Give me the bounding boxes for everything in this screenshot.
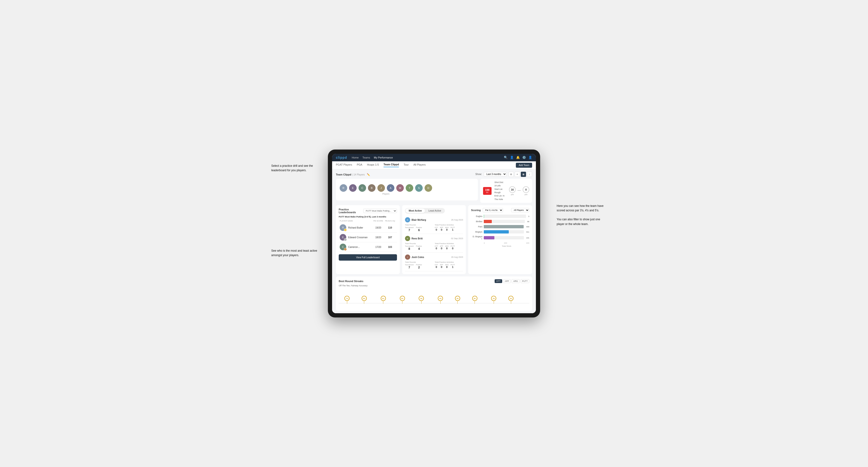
- nav-my-performance[interactable]: My Performance: [374, 156, 393, 159]
- avatar-icon[interactable]: 👤: [528, 156, 532, 159]
- streak-dot-8: 4x: [472, 296, 477, 304]
- list-view-icon[interactable]: ≡: [515, 172, 520, 177]
- pa-stats-1: Total Rounds Tournament 7 Practice: [405, 224, 463, 232]
- streak-dot-3: 6x: [381, 296, 386, 304]
- pa-practice-acts-3: Total Practice Activities OTT0 APP0 ARG0…: [435, 261, 463, 269]
- view-icons: ⊞ ≡ ▦ ↕: [508, 172, 532, 177]
- shot-info-card: 198 SC Shot Dist: 16 yds Start Lie: Roug…: [480, 179, 532, 203]
- pa-total-rounds-1: Total Rounds Tournament 7 Practice: [405, 224, 433, 232]
- settings-icon[interactable]: ⚙️: [522, 156, 526, 159]
- lb-score-1: 19/20: [372, 226, 384, 229]
- lb-row-1: R 1 Richard Butler 19/20 110: [339, 223, 397, 232]
- streak-dot-4: 5x: [400, 296, 405, 304]
- streak-filter-ott[interactable]: OTT: [495, 279, 502, 283]
- avatar-4[interactable]: B: [368, 184, 375, 192]
- annotation-right: Here you can see how the team have score…: [557, 204, 604, 226]
- pa-name-3: Josh Coles: [412, 256, 424, 258]
- rank-badge-3: 3: [344, 248, 347, 251]
- leaderboard-drill-select[interactable]: PUTT Must Make Putting...: [363, 209, 397, 213]
- avatar-1[interactable]: R: [340, 184, 347, 192]
- pa-practice-acts-2: Total Practice Activities OTT0 APP0 ARG0…: [435, 243, 463, 250]
- practice-leaderboards-card: Practice Leaderboards PUTT Must Make Put…: [336, 205, 400, 274]
- avatar-3[interactable]: C: [359, 184, 366, 192]
- bar-bogeys: Bogeys 311: [471, 230, 529, 234]
- view-full-leaderboard-button[interactable]: View Full Leaderboard: [339, 254, 397, 261]
- pa-avatar-3: J: [405, 254, 410, 260]
- grid-view-icon[interactable]: ⊞: [508, 172, 514, 177]
- pa-player-3: J Josh Coles: [405, 254, 424, 260]
- avatar-6[interactable]: A: [387, 184, 394, 192]
- avatar-7[interactable]: M: [396, 184, 404, 192]
- pa-date-3: 26 Aug 2023: [451, 256, 463, 258]
- lb-col-headers: PLAYER NAME PB SCORE PB AVG SQ: [339, 220, 397, 222]
- pa-total-rounds-2: Total Rounds Tournament 8 Practice: [405, 243, 433, 250]
- streak-dot-6: 4x: [438, 296, 443, 304]
- search-icon[interactable]: 🔍: [504, 156, 507, 159]
- avatar-10[interactable]: D: [425, 184, 432, 192]
- players-avatars-col: R E C B J A M T S D Players: [340, 184, 432, 195]
- lb-avg-3: 103: [384, 246, 396, 248]
- pa-header-3: J Josh Coles 26 Aug 2023: [405, 254, 463, 260]
- nav-teams[interactable]: Teams: [363, 156, 370, 159]
- lb-name-1: Richard Butler: [348, 226, 372, 229]
- sub-nav-pga[interactable]: PGA: [357, 163, 362, 167]
- avatar-5[interactable]: J: [377, 184, 385, 192]
- scoring-bar-chart: Eagles 3 Birdies: [471, 215, 529, 240]
- nav-icons: 🔍 👤 🔔 ⚙️ 👤: [504, 156, 532, 159]
- streak-baseline: [339, 303, 529, 303]
- lb-avatar-1: R 1: [340, 224, 346, 231]
- rank-badge-1: 1: [344, 228, 347, 231]
- sort-icon[interactable]: ↕: [527, 172, 532, 177]
- top-nav: clippd Home Teams My Performance 🔍 👤 🔔 ⚙…: [332, 154, 536, 161]
- pa-avatar-1: B: [405, 217, 410, 222]
- card-view-icon[interactable]: ▦: [521, 172, 526, 177]
- scoring-player-filter[interactable]: All Players: [511, 208, 529, 212]
- sub-nav-team-clippd[interactable]: Team Clippd: [383, 163, 399, 167]
- avatar-9[interactable]: S: [415, 184, 423, 192]
- nav-home[interactable]: Home: [352, 156, 359, 159]
- streak-filter-app[interactable]: APP: [503, 279, 511, 283]
- shot-circle-1: 16 yds: [509, 186, 516, 195]
- scoring-card: Scoring Par 3, 4 & 5s All Players Eagles: [468, 205, 532, 274]
- sub-nav-pgat[interactable]: PGAT Players: [336, 163, 352, 167]
- nav-links: Home Teams My Performance: [352, 156, 499, 159]
- pa-header-1: B Blair McHarg 26 Aug 2023: [405, 217, 463, 222]
- total-shots-label: Total Shots: [484, 245, 529, 247]
- add-team-button[interactable]: Add Team: [516, 163, 532, 168]
- avatar-2[interactable]: E: [349, 184, 356, 192]
- scoring-par-filter[interactable]: Par 3, 4 & 5s: [483, 208, 503, 212]
- lb-avatar-3: C 3: [340, 244, 346, 250]
- avatar-8[interactable]: T: [406, 184, 413, 192]
- activity-header: Most Active Least Active: [405, 208, 463, 214]
- pa-date-2: 02 Sep 2023: [451, 237, 463, 240]
- pa-date-1: 26 Aug 2023: [451, 219, 463, 221]
- sub-nav-all-players[interactable]: All Players: [413, 163, 426, 167]
- scoring-header: Scoring Par 3, 4 & 5s All Players: [471, 208, 529, 212]
- shot-circle-2: 0 yds: [523, 186, 529, 195]
- scoring-title: Scoring: [471, 209, 481, 212]
- least-active-tab[interactable]: Least Active: [425, 209, 444, 213]
- rank-badge-2: 2: [344, 238, 347, 241]
- streak-filter-arg[interactable]: ARG: [512, 279, 520, 283]
- streaks-subtitle: Off The Tee, Fairway Accuracy: [339, 284, 529, 287]
- activity-player-2: R Rees Britt 02 Sep 2023 Total Rounds: [405, 234, 463, 253]
- pa-total-rounds-3: Total Rounds Tournament 7 Practice: [405, 261, 433, 269]
- streak-filter-putt[interactable]: PUTT: [521, 279, 530, 283]
- lb-avg-2: 107: [384, 236, 396, 239]
- show-period-select[interactable]: Last 3 months: [484, 172, 507, 177]
- sub-nav-hcaps[interactable]: Hcaps 1-5: [367, 163, 379, 167]
- edit-icon[interactable]: ✏️: [367, 173, 370, 176]
- pa-player-2: R Rees Britt: [405, 236, 423, 241]
- players-label: Players: [340, 193, 432, 195]
- streak-chart: 7x 6x 6x 5x: [339, 289, 529, 308]
- activity-tabs: Most Active Least Active: [405, 208, 445, 214]
- pa-name-1: Blair McHarg: [412, 219, 426, 221]
- bell-icon[interactable]: 🔔: [516, 156, 520, 159]
- person-icon[interactable]: 👤: [510, 156, 514, 159]
- lb-name-3: Cameron...: [348, 246, 372, 248]
- sub-nav-tour[interactable]: Tour: [404, 163, 408, 167]
- lb-row-3: C 3 Cameron... 17/20 103: [339, 242, 397, 252]
- most-active-tab[interactable]: Most Active: [405, 209, 425, 213]
- pa-practice-acts-1: Total Practice Activities OTT 0 APP: [435, 224, 463, 232]
- streaks-header: Best Round Streaks OTT APP ARG PUTT: [339, 279, 529, 283]
